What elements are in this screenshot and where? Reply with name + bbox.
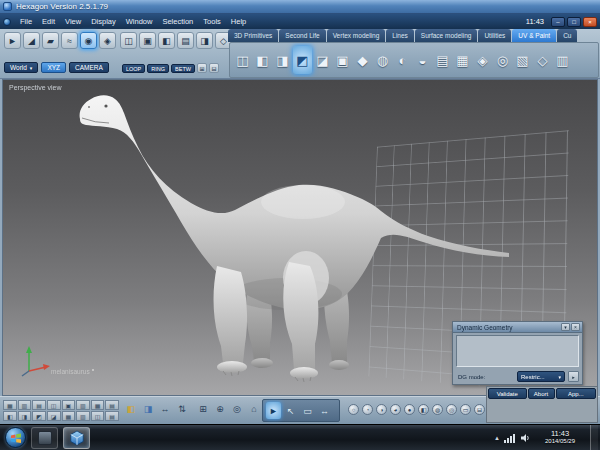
show-desktop-button[interactable] [590, 425, 598, 450]
ribbon-tab[interactable]: Cu [557, 29, 577, 42]
ribbon-tab[interactable]: Second Life [279, 29, 325, 42]
ribbon-tab[interactable]: Utilities [478, 29, 511, 42]
layout-preset-icon[interactable]: ◧ [3, 411, 17, 421]
dg-mode-dropdown[interactable]: Restric... ▾ [517, 371, 565, 382]
tool-icon[interactable]: ▧ [513, 46, 532, 74]
dg-panel-titlebar[interactable]: Dynamic Geometry ▾ × [453, 322, 582, 333]
layout-preset-icon[interactable]: ▦ [91, 400, 105, 410]
ribbon-tab[interactable]: Surface modeling [415, 29, 478, 42]
betw-button[interactable]: BETW [171, 64, 195, 73]
taskbar-hexagon-button[interactable] [63, 427, 90, 449]
display-mode-icon[interactable]: ▭ [460, 404, 471, 415]
tool-icon[interactable]: ◍ [373, 46, 392, 74]
tool-icon[interactable]: ◎ [230, 402, 244, 416]
tool-icon[interactable]: ▣ [333, 46, 352, 74]
menu-item[interactable]: File [15, 14, 37, 29]
display-mode-icon[interactable]: ◕ [390, 404, 401, 415]
minimize-button[interactable]: – [551, 17, 565, 27]
layout-preset-icon[interactable]: ◩ [32, 411, 46, 421]
collapse-icon[interactable]: ▾ [561, 323, 570, 331]
tool-icon[interactable]: ◨ [141, 402, 155, 416]
taskbar-app-button[interactable] [31, 427, 58, 449]
layout-preset-icon[interactable]: ◪ [47, 411, 61, 421]
tool-icon[interactable]: ⊟ [209, 63, 219, 73]
validate-button[interactable]: Validate [488, 388, 527, 399]
ribbon-tab[interactable]: Vertex modeling [327, 29, 386, 42]
tool-icon[interactable]: ⇅ [175, 402, 189, 416]
menu-item[interactable]: Tools [198, 14, 226, 29]
tool-icon[interactable]: ▰ [42, 32, 59, 49]
display-mode-icon[interactable]: ◍ [432, 404, 443, 415]
tool-icon[interactable]: ⊕ [213, 402, 227, 416]
layout-preset-icon[interactable]: ▦ [3, 400, 17, 410]
network-icon[interactable] [504, 433, 516, 443]
apply-button[interactable]: App... [556, 388, 596, 399]
selection-mode-icon[interactable]: ▭ [300, 402, 315, 419]
tool-icon[interactable]: ▤ [433, 46, 452, 74]
layout-preset-icon[interactable]: ◨ [18, 411, 32, 421]
tool-icon[interactable]: ◈ [99, 32, 116, 49]
loop-button[interactable]: LOOP [122, 64, 145, 73]
tool-icon[interactable]: ◪ [313, 46, 332, 74]
world-dropdown[interactable]: World▾ [4, 62, 38, 73]
menu-item[interactable]: Help [226, 14, 251, 29]
perspective-viewport[interactable]: Perspective view [2, 79, 598, 396]
layout-preset-icon[interactable]: ▦ [62, 411, 76, 421]
display-mode-icon[interactable]: ⊟ [474, 404, 485, 415]
dg-list-box[interactable] [456, 335, 579, 367]
tool-icon[interactable]: ⌂ [247, 402, 261, 416]
ribbon-tab[interactable]: UV & Paint [512, 29, 556, 42]
camera-button[interactable]: CAMERA [69, 62, 109, 73]
tool-icon[interactable]: ◧ [158, 32, 175, 49]
tool-icon[interactable]: ► [4, 32, 21, 49]
tool-icon[interactable]: ▣ [139, 32, 156, 49]
xyz-button[interactable]: XYZ [41, 62, 66, 73]
taskbar-clock[interactable]: 11:43 2014/05/29 [534, 429, 586, 446]
display-mode-icon[interactable]: ◧ [418, 404, 429, 415]
tool-icon[interactable]: ◉ [80, 32, 97, 49]
tool-icon[interactable]: ◨ [196, 32, 213, 49]
layout-preset-icon[interactable]: ◫ [91, 411, 105, 421]
tool-icon[interactable]: ◢ [23, 32, 40, 49]
menu-item[interactable]: Display [86, 14, 121, 29]
tool-icon[interactable]: ⊞ [196, 402, 210, 416]
dg-extra-button[interactable]: ▸ [568, 371, 579, 382]
tool-icon[interactable]: ▤ [177, 32, 194, 49]
layout-preset-icon[interactable]: ◫ [47, 400, 61, 410]
display-mode-icon[interactable]: ◎ [446, 404, 457, 415]
tool-icon[interactable]: ≈ [61, 32, 78, 49]
selection-mode-icon[interactable]: ↔ [317, 402, 332, 419]
start-button[interactable] [5, 427, 26, 448]
menu-item[interactable]: Window [121, 14, 158, 29]
display-mode-icon[interactable]: ○ [348, 404, 359, 415]
layout-preset-icon[interactable]: ▥ [76, 400, 90, 410]
selection-mode-icon[interactable]: ↖ [283, 402, 298, 419]
display-mode-icon[interactable]: ● [404, 404, 415, 415]
tool-icon[interactable]: ◫ [233, 46, 252, 74]
selection-mode-icon[interactable]: ► [266, 402, 281, 419]
tray-expand-icon[interactable]: ▲ [494, 435, 500, 441]
layout-preset-icon[interactable]: ▤ [32, 400, 46, 410]
tool-icon[interactable]: ◒ [413, 46, 432, 74]
volume-icon[interactable] [520, 433, 530, 443]
layout-preset-icon[interactable]: ▥ [76, 411, 90, 421]
tool-icon[interactable]: ▦ [453, 46, 472, 74]
layout-preset-icon[interactable]: ▤ [105, 400, 119, 410]
display-mode-icon[interactable]: ◔ [362, 404, 373, 415]
menu-item[interactable]: Edit [37, 14, 60, 29]
tool-icon[interactable]: ◩ [293, 46, 312, 74]
menu-item[interactable]: View [60, 14, 86, 29]
display-mode-icon[interactable]: ◑ [376, 404, 387, 415]
tool-icon[interactable]: ◎ [493, 46, 512, 74]
tool-icon[interactable]: ◧ [124, 402, 138, 416]
tool-icon[interactable]: ◫ [120, 32, 137, 49]
abort-button[interactable]: Abort [528, 388, 555, 399]
layout-preset-icon[interactable]: ▣ [62, 400, 76, 410]
tool-icon[interactable]: ◨ [273, 46, 292, 74]
tool-icon[interactable]: ⊞ [197, 63, 207, 73]
ribbon-tab[interactable]: 3D Primitives [228, 29, 278, 42]
tool-icon[interactable]: ↔ [158, 402, 172, 416]
ring-button[interactable]: RING [147, 64, 169, 73]
tool-icon[interactable]: ◐ [393, 46, 412, 74]
tool-icon[interactable]: ◈ [473, 46, 492, 74]
